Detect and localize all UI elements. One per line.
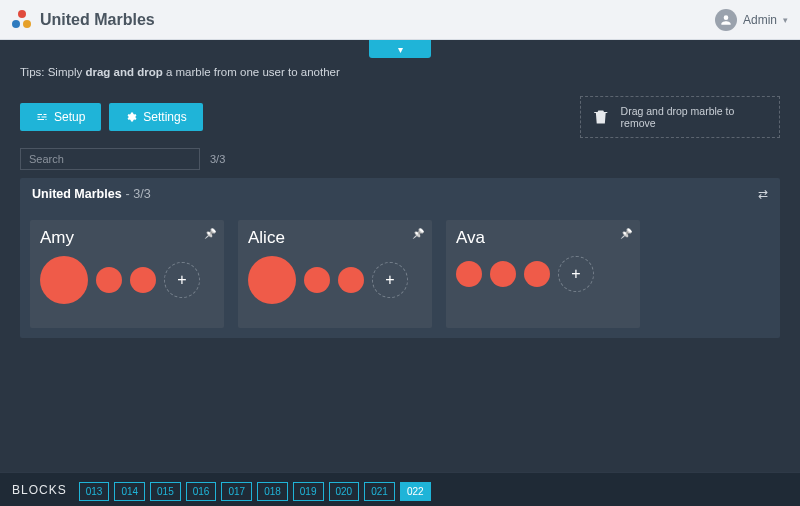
blocks-bar: BLOCKS 013014015016017018019020021022 bbox=[0, 472, 800, 506]
marble[interactable] bbox=[96, 267, 122, 293]
pin-icon[interactable]: 📌 bbox=[204, 228, 216, 239]
pin-icon[interactable]: 📌 bbox=[620, 228, 632, 239]
user-name: Amy bbox=[40, 228, 214, 248]
search-row: 3/3 bbox=[20, 148, 780, 170]
company-name: United Marbles bbox=[32, 187, 122, 201]
block-item[interactable]: 015 bbox=[150, 482, 181, 501]
blocks-label: BLOCKS bbox=[12, 483, 67, 497]
marble[interactable] bbox=[524, 261, 550, 287]
marble-row: + bbox=[40, 256, 214, 304]
marble[interactable] bbox=[304, 267, 330, 293]
marble-row: + bbox=[248, 256, 422, 304]
toolbar-row: Setup Settings Drag and drop marble to r… bbox=[20, 96, 780, 138]
sliders-icon bbox=[36, 111, 48, 123]
company-count: - 3/3 bbox=[126, 187, 151, 201]
pin-icon[interactable]: 📌 bbox=[412, 228, 424, 239]
block-item[interactable]: 014 bbox=[114, 482, 145, 501]
panel-expand-button[interactable]: ▾ bbox=[369, 40, 431, 58]
trash-icon bbox=[591, 107, 611, 127]
brand-logo-icon bbox=[12, 10, 32, 30]
marble[interactable] bbox=[456, 261, 482, 287]
brand-title: United Marbles bbox=[40, 11, 155, 29]
chevron-down-icon: ▾ bbox=[783, 15, 788, 25]
marble[interactable] bbox=[40, 256, 88, 304]
add-marble-button[interactable]: + bbox=[164, 262, 200, 298]
block-item[interactable]: 020 bbox=[329, 482, 360, 501]
marble-row: + bbox=[456, 256, 630, 292]
marble[interactable] bbox=[130, 267, 156, 293]
user-name: Alice bbox=[248, 228, 422, 248]
avatar-icon bbox=[715, 9, 737, 31]
setup-label: Setup bbox=[54, 110, 85, 124]
user-card[interactable]: Ava📌+ bbox=[446, 220, 640, 328]
search-input[interactable] bbox=[20, 148, 200, 170]
block-item[interactable]: 022 bbox=[400, 482, 431, 501]
search-count: 3/3 bbox=[210, 153, 225, 165]
top-bar: United Marbles Admin ▾ bbox=[0, 0, 800, 40]
company-panel: United Marbles - 3/3 ⇄ Amy📌+Alice📌+Ava📌+ bbox=[20, 178, 780, 338]
brand: United Marbles bbox=[12, 10, 155, 30]
block-item[interactable]: 021 bbox=[364, 482, 395, 501]
add-marble-button[interactable]: + bbox=[558, 256, 594, 292]
block-item[interactable]: 013 bbox=[79, 482, 110, 501]
settings-button[interactable]: Settings bbox=[109, 103, 202, 131]
company-header: United Marbles - 3/3 ⇄ bbox=[20, 178, 780, 210]
block-item[interactable]: 018 bbox=[257, 482, 288, 501]
user-card[interactable]: Alice📌+ bbox=[238, 220, 432, 328]
tips-suffix: a marble from one user to another bbox=[163, 66, 340, 78]
user-cards: Amy📌+Alice📌+Ava📌+ bbox=[20, 210, 780, 338]
user-name: Ava bbox=[456, 228, 630, 248]
marble[interactable] bbox=[490, 261, 516, 287]
tips-prefix: Tips: Simply bbox=[20, 66, 85, 78]
settings-label: Settings bbox=[143, 110, 186, 124]
dropzone-label: Drag and drop marble to remove bbox=[621, 105, 769, 129]
remove-dropzone[interactable]: Drag and drop marble to remove bbox=[580, 96, 780, 138]
chevron-down-icon: ▾ bbox=[398, 44, 403, 55]
block-item[interactable]: 019 bbox=[293, 482, 324, 501]
page: ▾ Tips: Simply drag and drop a marble fr… bbox=[0, 40, 800, 338]
swap-icon[interactable]: ⇄ bbox=[758, 187, 768, 201]
marble[interactable] bbox=[248, 256, 296, 304]
user-card[interactable]: Amy📌+ bbox=[30, 220, 224, 328]
user-label: Admin bbox=[743, 13, 777, 27]
setup-button[interactable]: Setup bbox=[20, 103, 101, 131]
block-item[interactable]: 017 bbox=[221, 482, 252, 501]
block-item[interactable]: 016 bbox=[186, 482, 217, 501]
marble[interactable] bbox=[338, 267, 364, 293]
gear-icon bbox=[125, 111, 137, 123]
user-menu[interactable]: Admin ▾ bbox=[715, 9, 788, 31]
add-marble-button[interactable]: + bbox=[372, 262, 408, 298]
tips-bold: drag and drop bbox=[85, 66, 162, 78]
